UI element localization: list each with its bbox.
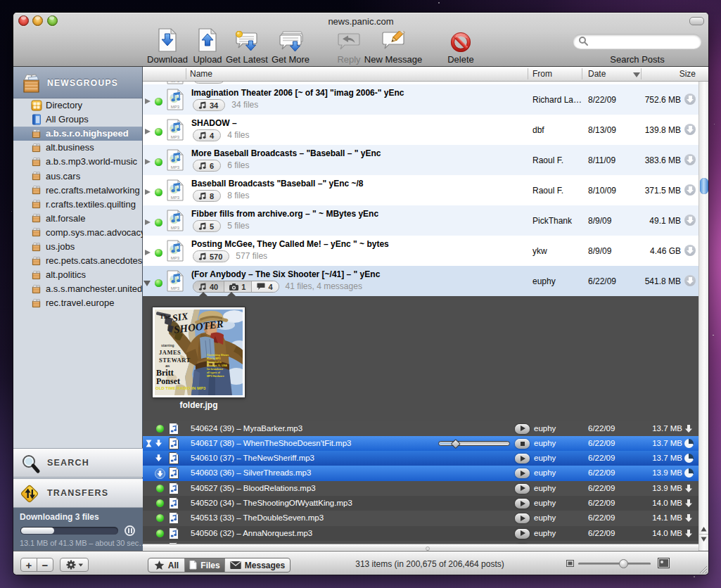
svg-text:MP3: MP3: [171, 196, 180, 200]
svg-text:OLD TIME RADIO IN MP3: OLD TIME RADIO IN MP3: [155, 386, 206, 390]
svg-text:MP3: MP3: [171, 286, 180, 290]
svg-text:Ponset: Ponset: [156, 376, 180, 386]
svg-text:for broadcast: for broadcast: [207, 368, 224, 371]
svg-text:all types of: all types of: [207, 371, 221, 374]
svg-text:MP3: MP3: [171, 256, 180, 260]
svg-text:MP3: MP3: [171, 105, 180, 109]
svg-text:JAMES: JAMES: [159, 349, 181, 356]
svg-text:STEWART: STEWART: [159, 357, 191, 364]
svg-text:MP3 Hardware: MP3 Hardware: [207, 375, 224, 378]
svg-text:MP3: MP3: [171, 226, 180, 230]
svg-text:starring: starring: [161, 343, 174, 347]
svg-text:MP3: MP3: [171, 135, 180, 139]
svg-text:MP3: MP3: [171, 82, 180, 83]
svg-text:Recorded in: Recorded in: [207, 361, 222, 364]
svg-text:Chicago, IL, USA: Chicago, IL, USA: [207, 364, 227, 367]
svg-text:Run in MP3: Run in MP3: [207, 357, 221, 360]
svg-text:The: The: [160, 313, 170, 320]
svg-text:Containing Shows: Containing Shows: [207, 354, 229, 357]
svg-text:MP3: MP3: [171, 165, 180, 170]
